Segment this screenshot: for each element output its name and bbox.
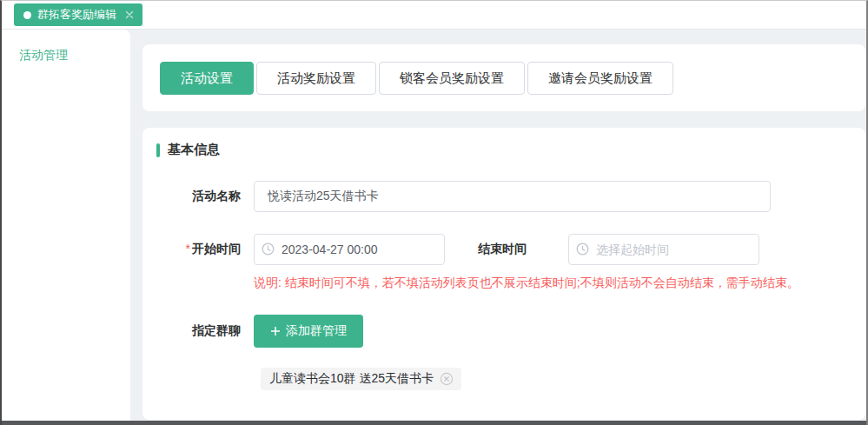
start-time-input[interactable] [254,234,445,265]
sidebar-item-label: 活动管理 [19,48,68,62]
settings-tabs: 活动设置 活动奖励设置 锁客会员奖励设置 邀请会员奖励设置 [160,62,865,95]
group-chat-row: 指定群聊 添加群管理 [156,315,851,348]
tab-activity-settings[interactable]: 活动设置 [160,62,254,95]
window-bottom-edge [2,421,866,425]
tabs-card: 活动设置 活动奖励设置 锁客会员奖励设置 邀请会员奖励设置 [142,44,865,111]
clock-icon [576,242,589,259]
main-content: 活动设置 活动奖励设置 锁客会员奖励设置 邀请会员奖励设置 基本信息 活动名称 [130,30,866,421]
tab-activity-reward-settings[interactable]: 活动奖励设置 [256,62,376,95]
tab-locked-member-reward-settings[interactable]: 锁客会员奖励设置 [379,62,525,95]
close-icon[interactable] [125,10,134,19]
section-header: 基本信息 [156,140,851,158]
page-tab-bar: 群拓客奖励编辑 [2,1,866,30]
time-row: *开始时间 结束时间 [156,234,851,265]
group-tag: 儿童读书会10群 送25天借书卡 [261,368,461,390]
active-dot-icon [23,11,31,19]
activity-name-label: 活动名称 [156,189,254,204]
note-row: 说明: 结束时间可不填，若不填活动列表页也不展示结束时间;不填则活动不会自动结束… [156,275,851,291]
activity-name-row: 活动名称 [156,181,851,212]
sidebar-item-activity-management[interactable]: 活动管理 [19,48,130,63]
end-time-note: 说明: 结束时间可不填，若不填活动列表页也不展示结束时间;不填则活动不会自动结束… [254,276,799,289]
basic-info-card: 基本信息 活动名称 *开始时间 结束时间 [142,128,865,420]
remove-tag-icon[interactable] [440,372,454,386]
plus-icon [270,326,281,336]
app-window: 群拓客奖励编辑 活动管理 活动设置 活动奖励设置 锁客会员奖励设置 邀请会员奖励… [0,0,868,425]
page-tab-label: 群拓客奖励编辑 [37,7,116,23]
add-group-button-label: 添加群管理 [286,323,347,339]
end-time-picker [568,234,759,265]
group-tag-row: 儿童读书会10群 送25天借书卡 [156,368,851,390]
end-time-input[interactable] [568,234,759,265]
required-asterisk: * [186,242,190,256]
tab-invite-member-reward-settings[interactable]: 邀请会员奖励设置 [527,62,673,95]
end-time-label: 结束时间 [478,242,527,257]
add-group-button[interactable]: 添加群管理 [254,315,363,348]
start-time-picker [254,234,445,265]
start-time-label-text: 开始时间 [192,242,241,256]
group-chat-label: 指定群聊 [156,315,254,339]
start-time-label: *开始时间 [156,242,254,257]
section-accent-bar [156,143,160,157]
clock-icon [262,242,275,259]
page-tab-active[interactable]: 群拓客奖励编辑 [14,3,142,26]
section-title: 基本信息 [168,142,220,158]
activity-name-input[interactable] [254,181,771,212]
group-tag-text: 儿童读书会10群 送25天借书卡 [269,371,434,387]
page-body: 活动管理 活动设置 活动奖励设置 锁客会员奖励设置 邀请会员奖励设置 基本信息 [2,30,866,421]
sidebar: 活动管理 [2,30,130,421]
